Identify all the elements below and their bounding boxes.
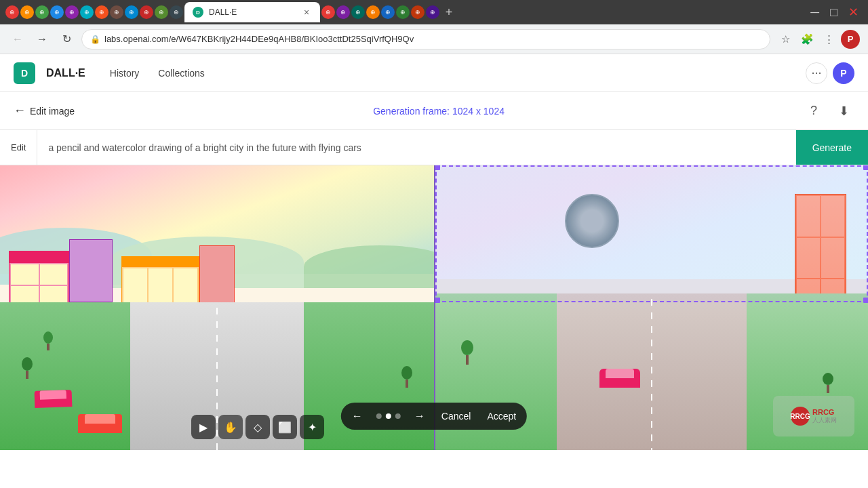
security-icon: 🔒 <box>90 35 100 44</box>
user-profile-button[interactable]: P <box>833 62 854 84</box>
watermark-logo-text: RRCG <box>790 413 810 420</box>
prompt-input[interactable] <box>37 142 795 153</box>
watermark-brand: RRCG <box>812 408 837 416</box>
app-header-actions: ··· P <box>806 62 854 84</box>
navigation-bar: ← → ↻ 🔒 labs.openai.com/e/W647KBKrijy2H4… <box>0 24 868 54</box>
tab-title: DALL·E <box>209 7 237 17</box>
dot-3[interactable] <box>395 413 401 419</box>
dall-e-favicon: D <box>193 7 203 18</box>
edit-toolbar: ← Edit image Generation frame: 1024 x 10… <box>0 92 868 130</box>
minimize-button[interactable]: ─ <box>806 4 823 21</box>
browser-favicon: ⊕ <box>396 5 410 19</box>
browser-favicon: ⊕ <box>351 5 365 19</box>
back-button[interactable]: ← <box>8 30 27 49</box>
browser-favicon: ⊕ <box>35 5 49 19</box>
browser-favicon: ⊕ <box>411 5 425 19</box>
tree-right-2 <box>823 373 833 393</box>
forward-button[interactable]: → <box>33 30 52 49</box>
browser-favicon: ⊕ <box>20 5 34 19</box>
building-2 <box>69 239 113 302</box>
reload-button[interactable]: ↻ <box>57 30 76 49</box>
app-container: D DALL·E History Collections ··· P ← Edi… <box>0 54 868 450</box>
lasso-tool-button[interactable]: ◇ <box>245 415 270 439</box>
watermark: RRCG RRCG 人人素网 <box>773 396 854 436</box>
close-window-button[interactable]: ✕ <box>844 3 863 21</box>
app-header: D DALL·E History Collections ··· P <box>0 54 868 92</box>
accept-generation-button[interactable]: Accept <box>479 403 524 430</box>
browser-favicon: ⊕ <box>50 5 64 19</box>
tab-bar: ⊕ ⊕ ⊕ ⊕ ⊕ ⊕ ⊕ ⊕ ⊕ ⊕ ⊕ ⊕ D DALL·E × ⊕ ⊕ ⊕… <box>0 0 868 24</box>
watermark-inner: RRCG RRCG 人人素网 <box>773 396 854 436</box>
tree-1 <box>22 357 33 379</box>
app-navigation: History Collections <box>102 64 213 83</box>
dot-2[interactable] <box>386 413 391 419</box>
browser-favicon: ⊕ <box>80 5 94 19</box>
browser-favicon: ⊕ <box>125 5 138 19</box>
nav-collections[interactable]: Collections <box>150 64 212 83</box>
browser-favicon: ⊕ <box>65 5 79 19</box>
browser-favicon: ⊕ <box>95 5 108 19</box>
prompt-bar: Edit Generate <box>0 130 868 165</box>
maximize-button[interactable]: □ <box>826 4 842 21</box>
crop-icon: ⬜ <box>278 421 292 434</box>
app-name: DALL·E <box>46 67 85 79</box>
tab-close-button[interactable]: × <box>301 7 312 18</box>
url-text: labs.openai.com/e/W647KBKrijy2H44DEe9qAH… <box>104 34 762 44</box>
lasso-icon: ◇ <box>254 421 262 434</box>
select-tool-button[interactable]: ▶ <box>191 415 216 439</box>
canvas-tools: ▶ ✋ ◇ ⬜ ✦ <box>183 409 332 445</box>
download-button[interactable]: ⬇ <box>833 100 854 122</box>
bookmark-button[interactable]: ☆ <box>776 30 795 49</box>
help-button[interactable]: ? <box>803 100 825 122</box>
add-tool-button[interactable]: ✦ <box>300 415 324 439</box>
toolbar-right-actions: ? ⬇ <box>803 100 854 122</box>
edit-image-title: Edit image <box>30 106 75 117</box>
back-arrow-icon: ← <box>14 104 26 118</box>
back-to-main-button[interactable]: ← Edit image <box>14 104 75 118</box>
watermark-logo-circle: RRCG <box>791 407 810 426</box>
pan-tool-button[interactable]: ✋ <box>218 415 243 439</box>
prev-image-button[interactable]: ← <box>344 403 371 430</box>
active-tab[interactable]: D DALL·E × <box>184 2 320 22</box>
hand-icon: ✋ <box>224 421 237 434</box>
crop-tool-button[interactable]: ⬜ <box>273 415 297 439</box>
nav-history[interactable]: History <box>102 64 148 83</box>
cancel-generation-button[interactable]: Cancel <box>433 403 479 430</box>
tree-2 <box>43 331 53 350</box>
app-logo: D <box>14 62 35 84</box>
canvas-area: ← → Cancel Accept ▶ ✋ ◇ ⬜ <box>0 165 868 450</box>
sphere-structure <box>565 194 619 248</box>
tree-3 <box>401 366 412 388</box>
car-1 <box>35 390 73 408</box>
add-icon: ✦ <box>308 421 317 434</box>
car-right-1 <box>599 369 640 388</box>
browser-favicon: ⊕ <box>321 5 335 19</box>
browser-favicon: ⊕ <box>336 5 350 19</box>
browser-favicon: ⊕ <box>366 5 380 19</box>
new-tab-button[interactable]: + <box>441 4 457 20</box>
tree-right-1 <box>461 340 473 365</box>
watermark-subtext: 人人素网 <box>812 416 837 425</box>
browser-favicon: ⊕ <box>5 5 19 19</box>
select-icon: ▶ <box>199 421 208 434</box>
browser-favicon: ⊕ <box>140 5 153 19</box>
browser-actions: ☆ 🧩 ⋮ P <box>776 30 860 49</box>
window-controls: ─ □ ✕ <box>806 3 863 21</box>
generate-button[interactable]: Generate <box>796 130 868 165</box>
next-image-button[interactable]: → <box>406 403 433 430</box>
browser-favicon: ⊕ <box>110 5 123 19</box>
generation-frame-label: Generation frame: 1024 x 1024 <box>85 106 792 117</box>
road-center-line-right <box>651 299 652 450</box>
browser-favicon: ⊕ <box>155 5 168 19</box>
edit-mode-badge: Edit <box>0 130 37 165</box>
dot-1[interactable] <box>376 413 382 419</box>
address-bar[interactable]: 🔒 labs.openai.com/e/W647KBKrijy2H44DEe9q… <box>81 29 770 49</box>
browser-menu-button[interactable]: ⋮ <box>819 30 838 49</box>
more-options-button[interactable]: ··· <box>806 62 827 84</box>
profile-button[interactable]: P <box>841 30 860 49</box>
browser-favicon: ⊕ <box>426 5 439 19</box>
extensions-button[interactable]: 🧩 <box>797 30 816 49</box>
car-2 <box>78 414 122 433</box>
browser-favicon: ⊕ <box>170 5 183 19</box>
image-dots <box>371 413 406 419</box>
